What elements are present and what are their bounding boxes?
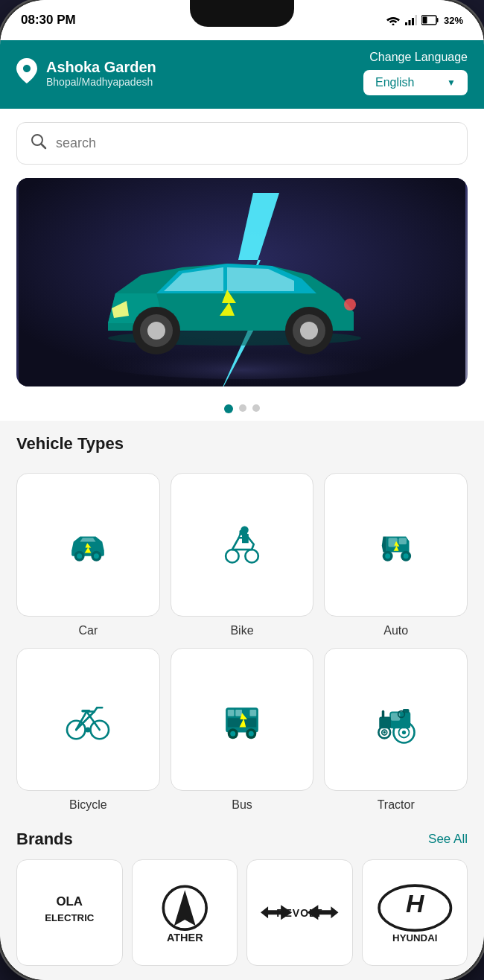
see-all-button[interactable]: See All xyxy=(428,832,468,847)
battery-percent: 32% xyxy=(444,15,463,26)
ather-logo: ATHER xyxy=(140,868,230,958)
revolt-logo: REVOLT xyxy=(255,868,345,958)
svg-point-52 xyxy=(249,731,254,736)
svg-text:ATHER: ATHER xyxy=(166,932,203,944)
vehicle-label-bike: Bike xyxy=(230,624,253,637)
svg-point-38 xyxy=(403,554,408,559)
svg-rect-58 xyxy=(381,710,384,719)
vehicle-icon-box-auto[interactable] xyxy=(324,473,468,617)
language-dropdown[interactable]: English ▼ xyxy=(363,70,468,95)
bike-icon xyxy=(216,518,268,570)
brand-ather[interactable]: ATHER xyxy=(132,859,238,966)
ola-logo: OLA ELECTRIC xyxy=(25,868,115,958)
bicycle-icon xyxy=(62,693,114,745)
app-header: Ashoka Garden Bhopal/Madhyapadesh Change… xyxy=(0,40,484,109)
brands-header: Brands See All xyxy=(0,822,484,859)
vehicle-grid: Car xyxy=(0,473,484,822)
vehicle-item-car[interactable]: Car xyxy=(16,473,160,637)
svg-point-18 xyxy=(147,322,165,340)
svg-point-36 xyxy=(385,554,390,559)
battery-icon xyxy=(421,15,439,25)
status-time: 08:30 PM xyxy=(21,13,76,28)
phone-screen: 08:30 PM 32% xyxy=(0,0,484,980)
dot-3[interactable] xyxy=(252,404,260,412)
svg-rect-47 xyxy=(249,710,256,716)
banner-section xyxy=(0,178,484,397)
search-input[interactable] xyxy=(56,136,453,151)
search-box[interactable] xyxy=(16,122,468,165)
vehicle-label-bus: Bus xyxy=(232,798,252,812)
location-icon xyxy=(16,58,37,88)
svg-rect-6 xyxy=(436,18,438,22)
dot-2[interactable] xyxy=(239,404,246,412)
vehicle-types-section: Vehicle Types xyxy=(0,421,484,473)
bus-icon xyxy=(216,693,268,745)
vehicle-types-title: Vehicle Types xyxy=(16,434,468,454)
svg-point-29 xyxy=(226,550,239,563)
search-icon xyxy=(31,133,47,153)
brand-ola[interactable]: OLA ELECTRIC xyxy=(16,859,123,966)
vehicle-label-bicycle: Bicycle xyxy=(69,798,107,812)
svg-point-30 xyxy=(245,550,258,563)
language-value: English xyxy=(375,76,414,89)
vehicle-icon-box-bike[interactable] xyxy=(171,473,314,617)
signal-icon xyxy=(405,15,417,25)
svg-rect-34 xyxy=(398,538,407,545)
svg-rect-46 xyxy=(235,710,242,716)
vehicle-label-tractor: Tractor xyxy=(378,798,415,812)
vehicle-label-auto: Auto xyxy=(383,624,408,637)
svg-rect-3 xyxy=(412,18,414,25)
brands-grid: OLA ELECTRIC ATHER REVOL xyxy=(0,859,484,980)
banner-dots xyxy=(0,397,484,421)
svg-text:H: H xyxy=(406,890,424,918)
vehicle-item-tractor[interactable]: Tractor xyxy=(324,648,468,812)
change-language-label: Change Language xyxy=(369,51,468,64)
vehicle-item-bus[interactable]: Bus xyxy=(171,648,314,812)
svg-point-27 xyxy=(94,554,99,559)
status-icons: 32% xyxy=(386,15,463,26)
svg-point-0 xyxy=(392,24,394,26)
vehicle-icon-box-car[interactable] xyxy=(16,473,160,617)
svg-text:ELECTRIC: ELECTRIC xyxy=(45,913,95,924)
svg-rect-7 xyxy=(422,17,427,24)
status-bar: 08:30 PM 32% xyxy=(0,0,484,40)
notch xyxy=(190,0,294,27)
location-text: Ashoka Garden Bhopal/Madhyapadesh xyxy=(46,59,156,88)
svg-point-15 xyxy=(344,299,356,311)
search-section xyxy=(0,109,484,178)
vehicle-item-auto[interactable]: Auto xyxy=(324,473,468,637)
svg-point-61 xyxy=(402,731,406,734)
svg-line-9 xyxy=(42,144,46,149)
hyundai-logo: H HYUNDAI xyxy=(370,868,460,958)
phone-frame: 08:30 PM 32% xyxy=(0,0,484,980)
vehicle-icon-box-bus[interactable] xyxy=(171,648,314,792)
svg-point-26 xyxy=(77,554,82,559)
dropdown-arrow-icon: ▼ xyxy=(447,77,456,88)
banner-svg xyxy=(16,178,468,386)
brands-title: Brands xyxy=(16,830,73,849)
vehicle-label-car: Car xyxy=(78,624,98,637)
svg-rect-2 xyxy=(408,20,410,25)
dot-1[interactable] xyxy=(224,404,233,413)
svg-point-64 xyxy=(383,731,386,734)
header-location: Ashoka Garden Bhopal/Madhyapadesh xyxy=(16,58,156,88)
vehicle-item-bicycle[interactable]: Bicycle xyxy=(16,648,160,812)
wifi-icon xyxy=(386,15,401,25)
header-right: Change Language English ▼ xyxy=(363,51,468,95)
svg-text:OLA: OLA xyxy=(56,894,83,909)
svg-rect-1 xyxy=(405,22,407,25)
auto-icon xyxy=(370,518,422,570)
region-name: Bhopal/Madhyapadesh xyxy=(46,76,156,88)
city-name: Ashoka Garden xyxy=(46,59,156,76)
vehicle-item-bike[interactable]: Bike xyxy=(171,473,314,637)
banner-image xyxy=(16,178,468,386)
vehicle-icon-box-tractor[interactable] xyxy=(324,648,468,792)
vehicle-icon-box-bicycle[interactable] xyxy=(16,648,160,792)
svg-rect-42 xyxy=(82,710,91,713)
svg-text:HYUNDAI: HYUNDAI xyxy=(392,932,437,944)
brand-hyundai[interactable]: H HYUNDAI xyxy=(362,859,468,966)
svg-point-32 xyxy=(241,526,249,535)
brand-revolt[interactable]: REVOLT xyxy=(246,859,353,966)
svg-point-21 xyxy=(300,322,318,340)
svg-rect-45 xyxy=(228,710,235,716)
